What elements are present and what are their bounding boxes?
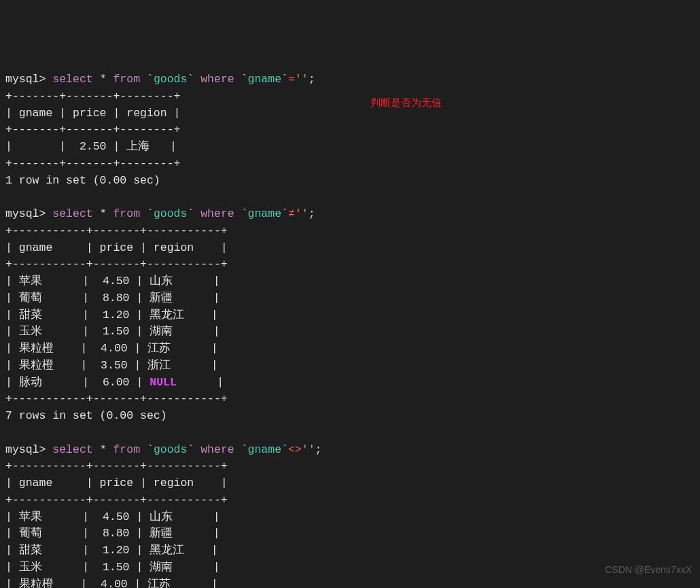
table-header: | gname | price | region | bbox=[5, 241, 228, 254]
watermark: CSDN @Evens7xxX bbox=[605, 563, 692, 577]
keyword-from: from bbox=[113, 73, 140, 86]
table-row: | | 2.50 | 上海 | bbox=[5, 140, 177, 153]
column-name: gname bbox=[248, 207, 282, 220]
column-name: gname bbox=[248, 73, 282, 86]
operator: = bbox=[288, 73, 295, 86]
backtick: ` bbox=[147, 443, 154, 456]
string-val: '' bbox=[302, 443, 315, 456]
table-header: | gname | price | region | bbox=[5, 107, 180, 120]
mysql-prompt: mysql> bbox=[5, 443, 52, 456]
backtick: ` bbox=[281, 443, 288, 456]
table-border: +-----------+-------+-----------+ bbox=[5, 224, 228, 237]
backtick: ` bbox=[147, 207, 154, 220]
star: * bbox=[100, 207, 107, 220]
table-border: +-------+-------+--------+ bbox=[5, 157, 180, 170]
table-row: | 果粒橙 | 4.00 | 江苏 | bbox=[5, 342, 218, 355]
table-row: | 苹果 | 4.50 | 山东 | bbox=[5, 275, 220, 288]
table-border: +-------+-------+--------+ bbox=[5, 123, 180, 136]
keyword-from: from bbox=[113, 207, 140, 220]
table-row: | 葡萄 | 8.80 | 新疆 | bbox=[5, 292, 220, 305]
table-border: +-------+-------+--------+ bbox=[5, 90, 180, 103]
table-row: | 玉米 | 1.50 | 湖南 | bbox=[5, 561, 220, 574]
backtick: ` bbox=[187, 207, 194, 220]
table-name: goods bbox=[154, 207, 188, 220]
semicolon: ; bbox=[309, 73, 315, 86]
backtick: ` bbox=[147, 73, 154, 86]
row-prefix: | 脉动 | 6.00 | bbox=[5, 376, 150, 389]
table-row: | 葡萄 | 8.80 | 新疆 | bbox=[5, 527, 220, 540]
mysql-prompt: mysql> bbox=[5, 73, 52, 86]
null-value: NULL bbox=[150, 376, 177, 389]
table-border: +-----------+-------+-----------+ bbox=[5, 392, 228, 405]
string-val: '' bbox=[295, 207, 309, 220]
semicolon: ; bbox=[315, 443, 322, 456]
mysql-prompt: mysql> bbox=[5, 207, 52, 220]
table-row: | 果粒橙 | 4.00 | 江苏 | bbox=[5, 578, 218, 589]
table-row: | 玉米 | 1.50 | 湖南 | bbox=[5, 325, 220, 338]
table-row: | 甜菜 | 1.20 | 黑龙江 | bbox=[5, 544, 218, 557]
operator: <> bbox=[288, 443, 302, 456]
table-row: | 甜菜 | 1.20 | 黑龙江 | bbox=[5, 309, 218, 322]
semicolon: ; bbox=[309, 207, 315, 220]
backtick: ` bbox=[241, 443, 248, 456]
keyword-select: select bbox=[52, 73, 92, 86]
table-row: | 苹果 | 4.50 | 山东 | bbox=[5, 511, 220, 523]
keyword-where: where bbox=[200, 73, 234, 86]
result-summary: 1 row in set (0.00 sec) bbox=[5, 174, 160, 187]
star: * bbox=[100, 73, 107, 86]
string-val: '' bbox=[295, 73, 309, 86]
backtick: ` bbox=[241, 73, 248, 86]
backtick: ` bbox=[281, 73, 288, 86]
column-name: gname bbox=[248, 443, 282, 456]
keyword-where: where bbox=[200, 207, 234, 220]
row-suffix: | bbox=[177, 376, 224, 389]
result-summary: 7 rows in set (0.00 sec) bbox=[5, 409, 167, 422]
table-name: goods bbox=[154, 443, 188, 456]
terminal-output: mysql> select * from `goods` where `gnam… bbox=[5, 71, 695, 588]
backtick: ` bbox=[241, 207, 248, 220]
backtick: ` bbox=[281, 207, 288, 220]
keyword-select: select bbox=[52, 207, 92, 220]
table-header: | gname | price | region | bbox=[5, 477, 228, 489]
table-row: | 果粒橙 | 3.50 | 浙江 | bbox=[5, 359, 218, 372]
table-name: goods bbox=[154, 73, 188, 86]
keyword-select: select bbox=[52, 443, 92, 456]
keyword-from: from bbox=[113, 443, 140, 456]
operator: ≠ bbox=[288, 207, 295, 220]
table-border: +-----------+-------+-----------+ bbox=[5, 494, 228, 506]
annotation-text: 判断是否为无值 bbox=[370, 95, 442, 111]
backtick: ` bbox=[187, 73, 194, 86]
table-border: +-----------+-------+-----------+ bbox=[5, 460, 228, 472]
keyword-where: where bbox=[200, 443, 234, 456]
table-border: +-----------+-------+-----------+ bbox=[5, 258, 228, 271]
backtick: ` bbox=[187, 443, 194, 456]
table-row: | 脉动 | 6.00 | NULL | bbox=[5, 376, 224, 389]
star: * bbox=[100, 443, 107, 456]
